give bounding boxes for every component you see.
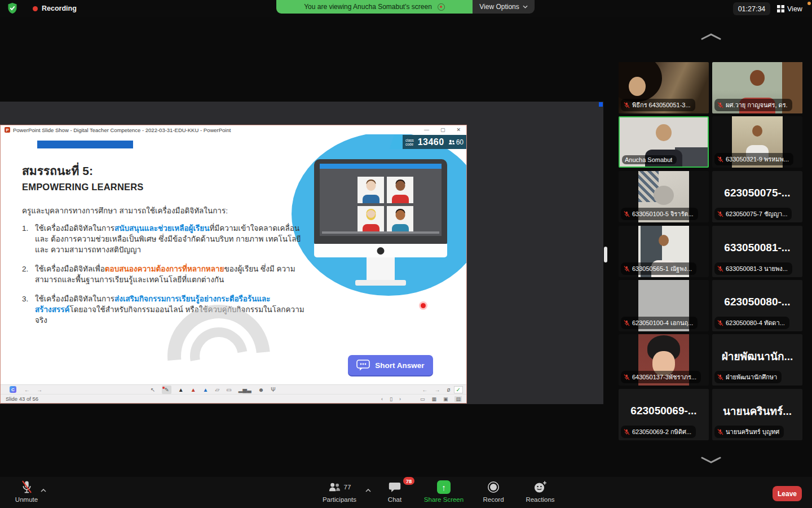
submission-check-icon[interactable]: ✓ [454, 386, 463, 393]
view-options-dropdown[interactable]: View Options [473, 0, 535, 14]
participant-tile[interactable]: 623050080-... 623050080-4 ทัดดา... [712, 280, 802, 331]
cursor-tool-icon[interactable]: ↖ [151, 386, 155, 394]
share-arrow-icon: ↑ [437, 480, 451, 494]
participants-count: 77 [344, 484, 351, 491]
participants-count-icon [448, 139, 455, 145]
viewing-screen-banner: You are viewing Anucha Somabut's screen [276, 0, 473, 14]
pick-name-tool-icon[interactable]: ☻ [258, 386, 264, 394]
laser-pen-tool-icon[interactable]: ✎ [162, 386, 171, 394]
view-label: View [787, 5, 802, 13]
online-count: 60 [456, 138, 464, 146]
mic-muted-icon [21, 480, 32, 494]
pen-blue-icon[interactable]: ▲ [203, 386, 209, 394]
participant-name: 633050081-3 นายพง... [726, 264, 788, 274]
participant-tile[interactable]: ผศ.วายุ กาญจนศร, ดร. [712, 62, 802, 113]
participant-name: 633050100-5 จิรารัต... [632, 209, 694, 219]
mic-muted-icon [624, 211, 630, 217]
classpoint-icon[interactable]: C [10, 386, 16, 393]
meeting-control-bar: Unmute Stop Stop Video (⇧⌘V) [0, 477, 812, 508]
monitor-titlebar [320, 164, 442, 169]
mic-muted-icon [717, 266, 723, 272]
short-answer-button[interactable]: Short Answer [348, 355, 433, 375]
mic-muted-icon [624, 429, 630, 435]
participant-name: 623050075-7 ชัญญา... [726, 209, 787, 219]
mic-muted-icon [624, 320, 630, 326]
slideshow-statusbar: Slide 43 of 56 ‹ ▯ › ▭ ▦ ▣ ▤ [1, 394, 466, 403]
grid-view-icon[interactable]: ▦ [431, 396, 436, 402]
notes-view-icon[interactable]: ▭ [420, 396, 425, 402]
participant-name: 633050565-1 ณัฐพง... [632, 264, 692, 274]
participant-name: นายนครินทร์ บุญทศ [726, 427, 779, 437]
leaderboard-tool-icon[interactable]: Ψ [271, 386, 275, 394]
powerpoint-titlebar: P PowerPoint Slide Show - Digital Teache… [1, 125, 466, 134]
participant-tile[interactable]: 633050081-... 633050081-3 นายพง... [712, 226, 802, 277]
banner-text: You are viewing Anucha Somabut's screen [304, 3, 432, 11]
panel-scrollbar[interactable] [604, 247, 607, 262]
participant-tile[interactable]: พิธีกร 643050051-3... [619, 62, 709, 113]
unmute-button[interactable]: Unmute [9, 480, 44, 503]
scroll-participants-up-icon[interactable] [700, 33, 722, 43]
participant-tile[interactable]: 623050069-... 623050069-2 กษิดิศ... [619, 389, 709, 440]
minimize-button[interactable]: — [424, 127, 429, 133]
participant-tile[interactable]: 633050321-9 พรหมพ... [712, 116, 802, 168]
participant-tile[interactable]: 623050075-... 623050075-7 ชัญญา... [712, 171, 802, 222]
recording-indicator: Recording [33, 5, 77, 12]
participant-name: ผศ.วายุ กาญจนศร, ดร. [726, 100, 788, 110]
participant-tile[interactable]: 633050100-5 จิรารัต... [619, 171, 709, 222]
monitor-chin [314, 244, 447, 257]
slide-heading-thai: สมรรถนะที่ 5: [22, 161, 93, 180]
banner-close-icon[interactable] [438, 3, 445, 11]
top-bar: Recording You are viewing Anucha Somabut… [0, 0, 812, 17]
chat-bubble-icon [389, 482, 401, 493]
participant-tile[interactable]: 643050137-3พัชราภร... [619, 334, 709, 386]
participant-tile[interactable]: 633050565-1 ณัฐพง... [619, 226, 709, 277]
record-icon [487, 481, 500, 493]
whiteboard-tool-icon[interactable]: ▭ [226, 386, 231, 394]
scroll-participants-down-icon[interactable] [700, 456, 722, 466]
record-button[interactable]: Record [479, 480, 508, 503]
speech-bubble-icon [356, 360, 370, 371]
pen-red-icon[interactable]: ▲ [191, 386, 196, 394]
chat-button[interactable]: 78 Chat [381, 480, 408, 503]
security-shield-icon[interactable] [7, 2, 18, 16]
next-slide-icon[interactable]: → [37, 386, 42, 394]
avatar-1 [358, 177, 384, 203]
meeting-timer: 01:27:34 [733, 2, 770, 15]
reactions-button[interactable]: Reactions [520, 480, 561, 503]
undo-icon[interactable]: ← [422, 386, 428, 394]
class-code-value: 13460 [418, 137, 444, 147]
zoom-view-icon[interactable]: ▣ [443, 396, 448, 402]
monitor-screen [320, 164, 442, 236]
participant-name: ฝ่ายพัฒนานักศึกษา [726, 372, 777, 382]
participants-options-chevron[interactable] [365, 484, 371, 494]
participant-tile[interactable]: 623050100-4 เอกนฤ... [619, 280, 709, 331]
hide-toolbar-icon[interactable]: ø [447, 386, 451, 394]
participant-tile[interactable]: นายนครินทร์... นายนครินทร์ บุญทศ [712, 389, 802, 440]
share-screen-button[interactable]: ↑ Share Screen [418, 480, 469, 503]
mic-muted-icon [624, 374, 630, 380]
grid-view-icon [777, 5, 784, 12]
slideshow-toolbar: C ← → ↖ ✎ ▲ ▲ ▲ ▱ ▭ ▂▅▃ ☻ Ψ ← → ø ✓ [1, 384, 466, 394]
mic-muted-icon [717, 102, 723, 108]
chart-tool-icon[interactable]: ▂▅▃ [239, 386, 251, 394]
audio-options-chevron[interactable] [41, 484, 46, 494]
maximize-button[interactable]: ▢ [440, 127, 445, 133]
leave-button[interactable]: Leave [773, 486, 802, 501]
participant-tile-active-speaker[interactable]: Anucha Somabut [619, 116, 709, 168]
redo-icon[interactable]: → [435, 386, 440, 394]
avatar-2 [387, 177, 413, 203]
view-layout-button[interactable]: View [777, 2, 802, 15]
previous-slide-icon[interactable]: ← [24, 386, 30, 394]
next-slide-nav-icon[interactable]: › [399, 396, 401, 402]
highlight-text: สนับสนุนและช่วยเหลือผู้เรียน [114, 224, 209, 233]
prev-slide-nav-icon[interactable]: ‹ [381, 396, 383, 402]
display-settings-icon[interactable]: ▤ [454, 396, 462, 402]
class-code-label: class code [405, 138, 415, 146]
participant-tile[interactable]: ฝ่ายพัฒนานัก... ฝ่ายพัฒนานักศึกษา [712, 334, 802, 386]
slide-canvas: class code 13460 60 [1, 134, 466, 385]
pen-black-icon[interactable]: ▲ [178, 386, 184, 394]
eraser-tool-icon[interactable]: ▱ [215, 386, 220, 394]
close-button[interactable]: ✕ [456, 127, 461, 133]
participants-button[interactable]: 77 Participants [314, 480, 365, 503]
participant-name: 643050137-3พัชราภร... [632, 372, 696, 382]
